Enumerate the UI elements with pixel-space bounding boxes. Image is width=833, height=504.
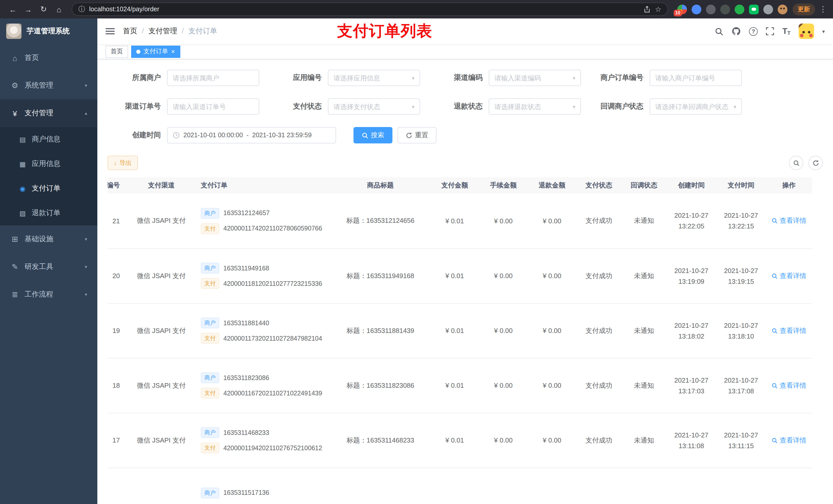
merchant-select-input[interactable] (173, 74, 254, 82)
bookmark-star-icon[interactable]: ☆ (655, 5, 661, 13)
cell-amount: ¥ 0.01 (430, 303, 479, 358)
view-detail-link[interactable]: 查看详情 (771, 326, 806, 335)
channel-order-no-field[interactable] (167, 98, 259, 115)
tab-pay-order[interactable]: 支付订单 × (131, 45, 180, 57)
sidebar-item-app-info[interactable]: ▦ 应用信息 (0, 152, 97, 176)
browser-back-icon[interactable]: ← (6, 3, 20, 16)
app-no-select[interactable]: ▾ (328, 70, 420, 86)
notify-status-select[interactable]: ▾ (649, 98, 742, 115)
cell-order: 商户 1635311823086 支付 42000011672021102710… (195, 358, 330, 413)
date-range-picker[interactable]: 2021-10-01 00:00:00 - 2021-10-31 23:59:5… (167, 127, 336, 143)
search-button[interactable]: 搜索 (354, 127, 392, 143)
reset-button[interactable]: 重置 (398, 127, 436, 143)
sidebar-item-payment[interactable]: ¥ 支付管理 ▴ (0, 99, 97, 127)
browser-update-button[interactable]: 更新 (792, 3, 815, 15)
breadcrumb-current: 支付订单 (177, 27, 217, 36)
extension-icon[interactable] (692, 4, 701, 14)
sidebar-item-merchant-info[interactable]: ▤ 商户信息 (0, 127, 97, 152)
refund-status-select[interactable]: ▾ (489, 98, 581, 115)
breadcrumb-payment[interactable]: 支付管理 (137, 27, 177, 36)
pin-extension-icon[interactable] (763, 4, 773, 14)
user-avatar[interactable] (799, 24, 814, 39)
breadcrumb-home[interactable]: 首页 (123, 27, 137, 36)
sidebar-item-label: 系统管理 (25, 81, 53, 90)
font-size-icon[interactable]: TT (782, 27, 790, 36)
cell-actions: 查看详情 (766, 358, 812, 413)
sidebar-item-label: 支付订单 (32, 184, 61, 193)
merchant-order-no: 1635311468233 (223, 429, 269, 436)
field-label: 渠道订单号 (108, 102, 167, 111)
col-create-time: 创建时间 (667, 177, 716, 194)
sidebar-item-workflow[interactable]: ≣ 工作流程 ▾ (0, 281, 97, 308)
merchant-order-no-input[interactable] (655, 74, 736, 82)
filter-notify-status: 回调商户状态 ▾ (590, 98, 742, 115)
pay-order-no: 4200001167202110271022491439 (223, 389, 322, 397)
notify-status-input[interactable] (655, 103, 732, 111)
browser-menu-icon[interactable]: ⋮ (819, 5, 827, 14)
table-row: 17 微信 JSAPI 支付 商户 1635311468233 支付 (108, 413, 812, 467)
refresh-icon (406, 132, 412, 139)
export-button[interactable]: ↓ 导出 (108, 156, 138, 170)
sidebar-item-infra[interactable]: ⊞ 基础设施 ▾ (0, 225, 97, 253)
filter-channel-code: 渠道编码 ▾ (429, 70, 581, 86)
help-icon[interactable]: ? (749, 27, 758, 35)
tab-home[interactable]: 首页 (105, 45, 128, 57)
cell-title: 标题：1635311949168 (330, 248, 430, 303)
toggle-search-button[interactable] (789, 156, 803, 170)
col-status: 支付状态 (576, 177, 621, 194)
extension-icon[interactable] (720, 4, 730, 14)
merchant-tag: 商户 (201, 317, 219, 328)
cell-pay-time: 2021-10-27 13:17:08 (716, 358, 766, 413)
fullscreen-icon[interactable] (766, 27, 774, 35)
create-date: 2021-10-27 (670, 210, 713, 221)
browser-forward-icon[interactable]: → (22, 3, 35, 16)
browser-home-icon[interactable]: ⌂ (52, 3, 66, 16)
sidebar-item-home[interactable]: ⌂ 首页 (0, 44, 97, 72)
avatar-caret-down-icon[interactable]: ▾ (822, 28, 825, 34)
tags-view-bar: 首页 支付订单 × (97, 44, 833, 59)
channel-order-no-input[interactable] (173, 103, 254, 111)
refresh-table-button[interactable] (808, 156, 823, 170)
sidebar-item-system[interactable]: ⚙ 系统管理 ▾ (0, 72, 97, 99)
chat-extension-icon[interactable] (749, 4, 759, 14)
sidebar-item-label: 退款订单 (32, 209, 61, 218)
app-no-select-input[interactable] (334, 74, 410, 82)
view-detail-link[interactable]: 查看详情 (771, 436, 806, 445)
refund-status-input[interactable] (494, 103, 571, 111)
cell-order: 商户 1635311517136 (195, 467, 330, 504)
channel-code-input[interactable] (494, 74, 571, 82)
field-label: 渠道编码 (429, 73, 489, 82)
sidebar-item-dev-tools[interactable]: ✎ 研发工具 ▾ (0, 253, 97, 281)
chevron-down-icon: ▾ (85, 83, 87, 88)
channel-code-select[interactable]: ▾ (489, 70, 581, 86)
extension-icon[interactable] (706, 4, 716, 14)
extension-icon[interactable]: 10 (677, 4, 687, 14)
extension-icon[interactable] (735, 4, 744, 14)
merchant-select[interactable] (167, 70, 259, 86)
site-info-icon[interactable]: ⓘ (78, 5, 85, 14)
merchant-tag: 商户 (201, 427, 219, 438)
table-tools (789, 156, 823, 170)
sidebar-item-pay-order[interactable]: ◉ 支付订单 (0, 176, 97, 201)
cell-notify: 未通知 (621, 194, 667, 248)
share-icon[interactable] (644, 6, 651, 13)
sidebar-item-refund-order[interactable]: ▨ 退款订单 (0, 201, 97, 225)
table-row: 20 微信 JSAPI 支付 商户 1635311949168 支付 (108, 248, 812, 303)
address-bar[interactable]: ⓘ localhost:1024/pay/order ☆ (72, 3, 668, 16)
browser-profile-avatar[interactable] (778, 4, 787, 14)
pay-status-input[interactable] (334, 103, 410, 111)
export-button-label: 导出 (119, 159, 132, 167)
merchant-order-no-field[interactable] (649, 70, 742, 86)
view-detail-link[interactable]: 查看详情 (771, 271, 806, 281)
github-icon[interactable] (732, 27, 741, 36)
view-detail-label: 查看详情 (780, 436, 806, 445)
search-icon[interactable] (715, 27, 723, 35)
pay-status-select[interactable]: ▾ (328, 98, 420, 115)
close-tab-icon[interactable]: × (171, 48, 175, 55)
cell-title: 标题：1635312124656 (330, 194, 430, 248)
extensions-cluster: 10 (677, 4, 787, 14)
view-detail-link[interactable]: 查看详情 (771, 381, 806, 390)
view-detail-link[interactable]: 查看详情 (771, 216, 806, 225)
collapse-sidebar-icon[interactable] (105, 28, 115, 34)
browser-reload-icon[interactable]: ↻ (37, 3, 50, 16)
